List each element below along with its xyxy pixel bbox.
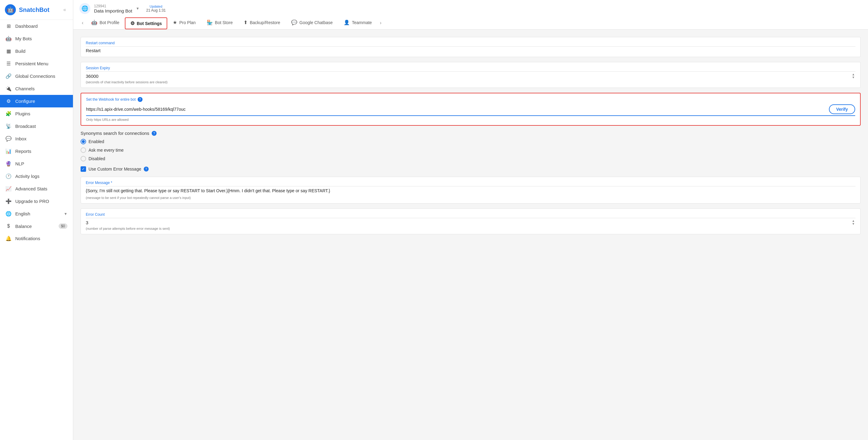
tab-bot-profile[interactable]: 🤖Bot Profile	[86, 17, 125, 29]
sidebar-item-inbox[interactable]: 💬 Inbox	[0, 132, 73, 145]
synonyms-section: Synonyms search for connections ? Enable…	[81, 131, 861, 161]
sidebar-icon-english: 🌐	[5, 211, 11, 217]
synonyms-label: Synonyms search for connections	[81, 131, 149, 136]
bot-info-row: 🌐 129941 Data Importing Bot ▼ Updated 21…	[79, 3, 862, 17]
webhook-label-row: Set the Webhook for entire bot ?	[86, 97, 855, 102]
tab-teammate[interactable]: 👤Teammate	[338, 17, 377, 29]
bot-name-area: 129941 Data Importing Bot	[94, 4, 132, 13]
sidebar-icon-my-bots: 🤖	[5, 36, 11, 41]
sidebar-icon-build: ▦	[5, 48, 11, 54]
error-message-text[interactable]: {Sorry, I'm still not getting that. Plea…	[86, 188, 856, 194]
session-expiry-spinner-buttons: ▲ ▼	[851, 73, 856, 79]
radio-ask-me[interactable]: Ask me every time	[81, 147, 861, 153]
sidebar-item-channels[interactable]: 🔌 Channels	[0, 83, 73, 95]
sidebar-item-activity-logs[interactable]: 🕐 Activity logs	[0, 170, 73, 183]
error-count-field: Error Count ▲ ▼ (number of parse attempt…	[81, 209, 861, 234]
session-expiry-field: Session Expiry ▲ ▼ (seconds of chat inac…	[81, 62, 861, 88]
restart-command-input[interactable]	[86, 48, 856, 53]
synonyms-help-icon[interactable]: ?	[152, 131, 157, 136]
session-expiry-spinner: ▲ ▼	[86, 73, 856, 79]
tab-pro-plan[interactable]: ★Pro Plan	[167, 17, 201, 29]
sidebar-label-configure: Configure	[15, 99, 35, 104]
sidebar-label-broadcast: Broadcast	[15, 124, 36, 129]
sidebar-item-persistent-menu[interactable]: ☰ Persistent Menu	[0, 57, 73, 70]
tab-next-arrow[interactable]: ›	[377, 18, 384, 28]
bot-header: 🌐 129941 Data Importing Bot ▼ Updated 21…	[73, 0, 868, 30]
sidebar-item-global-connections[interactable]: 🔗 Global Connections	[0, 70, 73, 83]
sidebar-icon-notifications: 🔔	[5, 235, 11, 241]
radio-enabled[interactable]: Enabled	[81, 139, 861, 144]
webhook-hint: Only https URLs are allowed	[86, 118, 855, 121]
sidebar-icon-plugins: 🧩	[5, 111, 11, 117]
error-message-label: Error Message *	[86, 181, 856, 185]
sidebar-label-channels: Channels	[15, 86, 34, 91]
sidebar-collapse-button[interactable]: «	[61, 6, 68, 13]
sidebar-item-dashboard[interactable]: ⊞ Dashboard	[0, 20, 73, 32]
sidebar-label-english: English	[15, 211, 30, 216]
bot-updated-time: 21 Aug 1:31	[146, 8, 166, 12]
sidebar-arrow-english: ▼	[64, 212, 67, 216]
session-expiry-hint: (seconds of chat inactivity before sessi…	[86, 80, 856, 84]
sidebar-label-nlp: NLP	[15, 161, 24, 166]
tab-label-pro-plan: Pro Plan	[179, 20, 196, 25]
sidebar-logo: 🤖 SnatchBot «	[0, 0, 73, 20]
session-expiry-input[interactable]	[86, 73, 851, 79]
custom-error-label: Use Custom Error Message	[89, 167, 141, 171]
radio-label-enabled: Enabled	[89, 139, 104, 144]
sidebar-label-activity-logs: Activity logs	[15, 174, 39, 179]
sidebar-label-plugins: Plugins	[15, 111, 30, 116]
radio-disabled[interactable]: Disabled	[81, 156, 861, 161]
sidebar-icon-broadcast: 📡	[5, 123, 11, 129]
bot-dropdown-arrow[interactable]: ▼	[136, 6, 140, 11]
content-area: Restart command Session Expiry ▲ ▼ (seco…	[73, 30, 868, 440]
tab-bot-store[interactable]: 🏪Bot Store	[201, 17, 238, 29]
sidebar-icon-balance: $	[5, 223, 11, 229]
tab-bot-settings[interactable]: ⚙Bot Settings	[125, 18, 167, 29]
sidebar-icon-reports: 📊	[5, 148, 11, 154]
tab-icon-bot-profile: 🤖	[91, 20, 97, 25]
session-expiry-down[interactable]: ▼	[851, 76, 856, 79]
tab-prev-arrow[interactable]: ‹	[79, 18, 86, 28]
error-count-spinner: ▲ ▼	[86, 219, 856, 225]
sidebar-item-nlp[interactable]: 🔮 NLP	[0, 157, 73, 170]
sidebar-item-build[interactable]: ▦ Build	[0, 45, 73, 57]
custom-error-checkbox[interactable]: ✓	[81, 166, 86, 172]
sidebar-item-broadcast[interactable]: 📡 Broadcast	[0, 120, 73, 132]
synonyms-label-row: Synonyms search for connections ?	[81, 131, 861, 136]
sidebar-icon-advanced-stats: 📈	[5, 186, 11, 192]
sidebar-item-notifications[interactable]: 🔔 Notifications	[0, 232, 73, 245]
sidebar-item-plugins[interactable]: 🧩 Plugins	[0, 107, 73, 120]
verify-button[interactable]: Verify	[829, 104, 855, 114]
error-count-down[interactable]: ▼	[851, 222, 856, 225]
error-count-label: Error Count	[86, 212, 856, 217]
sidebar-item-my-bots[interactable]: 🤖 My Bots	[0, 32, 73, 45]
sidebar-item-configure[interactable]: ⚙ Configure	[0, 95, 73, 107]
sidebar-item-balance[interactable]: $ Balance $0	[0, 220, 73, 232]
sidebar-label-my-bots: My Bots	[15, 36, 32, 41]
sidebar-item-english[interactable]: 🌐 English ▼	[0, 208, 73, 220]
sidebar-label-advanced-stats: Advanced Stats	[15, 186, 47, 191]
sidebar-item-reports[interactable]: 📊 Reports	[0, 145, 73, 157]
webhook-section: Set the Webhook for entire bot ? Verify …	[81, 93, 861, 126]
logo-text: SnatchBot	[19, 6, 50, 13]
sidebar-icon-dashboard: ⊞	[5, 23, 11, 29]
sidebar-label-inbox: Inbox	[15, 136, 27, 141]
sidebar-icon-persistent-menu: ☰	[5, 61, 11, 66]
tab-backup-restore[interactable]: ⬆Backup/Restore	[238, 17, 286, 29]
tab-google-chatbase[interactable]: 💬Google Chatbase	[286, 17, 338, 29]
radio-circle-enabled	[81, 139, 86, 144]
synonyms-radio-group: Enabled Ask me every time Disabled	[81, 139, 861, 161]
sidebar: 🤖 SnatchBot « ⊞ Dashboard 🤖 My Bots ▦ Bu…	[0, 0, 73, 440]
restart-command-field: Restart command	[81, 37, 861, 57]
sidebar-item-upgrade-to-pro[interactable]: ➕ Upgrade to PRO	[0, 195, 73, 208]
sidebar-icon-configure: ⚙	[5, 98, 11, 104]
bot-name: Data Importing Bot	[94, 8, 132, 13]
webhook-input[interactable]	[86, 107, 826, 112]
error-message-field: Error Message * {Sorry, I'm still not ge…	[81, 177, 861, 203]
error-count-input[interactable]	[86, 220, 851, 225]
sidebar-label-balance: Balance	[15, 224, 32, 229]
sidebar-item-advanced-stats[interactable]: 📈 Advanced Stats	[0, 183, 73, 195]
tab-label-bot-settings: Bot Settings	[137, 21, 162, 26]
custom-error-help-icon[interactable]: ?	[144, 167, 149, 171]
webhook-help-icon[interactable]: ?	[138, 97, 143, 102]
